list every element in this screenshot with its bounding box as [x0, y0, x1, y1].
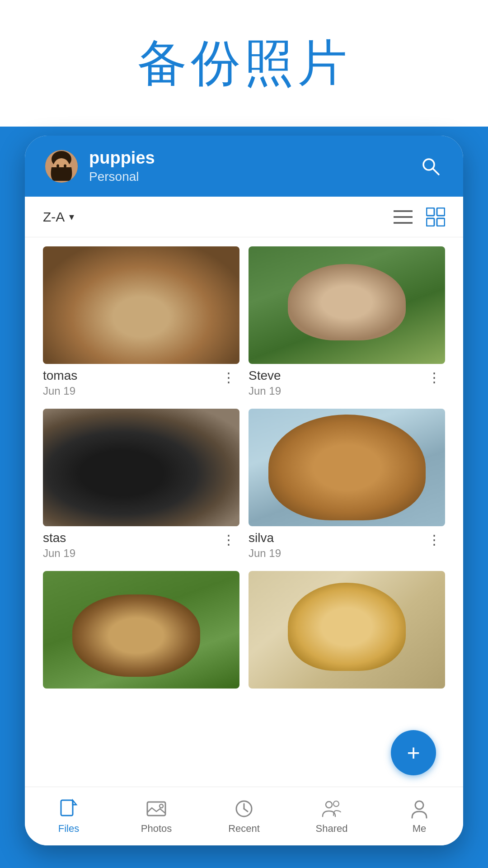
nav-item-files[interactable]: Files [25, 787, 113, 845]
photo-date: Jun 19 [43, 385, 77, 397]
photo-name: tomas [43, 368, 77, 383]
toolbar-view-controls [394, 208, 445, 226]
photo-date: Jun 19 [249, 547, 281, 560]
svg-point-4 [64, 164, 66, 167]
photo-thumb [43, 571, 239, 689]
photos-icon [146, 798, 167, 819]
nav-label-photos: Photos [141, 823, 172, 835]
photo-name: silva [249, 531, 281, 545]
nav-item-recent[interactable]: Recent [200, 787, 288, 845]
sort-label: Z-A [43, 209, 65, 225]
nav-item-photos[interactable]: Photos [113, 787, 200, 845]
svg-rect-14 [61, 800, 73, 816]
photo-thumb [43, 409, 239, 526]
files-icon [58, 798, 79, 819]
photo-thumb [249, 571, 445, 689]
header-username: puppies [89, 148, 418, 168]
photo-date: Jun 19 [43, 547, 75, 560]
photo-item-silva[interactable]: silva Jun 19 ⋮ [249, 409, 445, 562]
svg-point-16 [160, 804, 163, 808]
photo-thumb [249, 246, 445, 364]
me-icon [409, 798, 430, 819]
app-header: puppies Personal [25, 136, 463, 197]
sort-button[interactable]: Z-A ▾ [43, 209, 74, 225]
svg-line-6 [433, 169, 439, 175]
photo-thumb [249, 409, 445, 526]
nav-label-recent: Recent [228, 823, 260, 835]
content-area: tomas Jun 19 ⋮ Steve Jun 19 ⋮ [25, 237, 463, 787]
svg-point-20 [326, 802, 332, 808]
photo-date: Jun 19 [249, 385, 281, 397]
photo-grid: tomas Jun 19 ⋮ Steve Jun 19 ⋮ [43, 246, 445, 689]
nav-label-files: Files [58, 823, 79, 835]
svg-rect-15 [147, 802, 165, 816]
page-title: 备份照片 [137, 30, 351, 97]
svg-line-19 [244, 809, 248, 811]
search-button[interactable] [418, 154, 443, 179]
avatar[interactable] [45, 150, 78, 183]
header-account-type: Personal [89, 170, 418, 184]
more-options-button[interactable]: ⋮ [218, 368, 239, 387]
list-view-button[interactable] [394, 209, 413, 225]
photo-item-tomas[interactable]: tomas Jun 19 ⋮ [43, 246, 239, 400]
svg-rect-13 [437, 218, 445, 226]
photo-name: stas [43, 531, 75, 545]
nav-label-me: Me [413, 823, 427, 835]
header-text: puppies Personal [89, 148, 418, 184]
svg-rect-12 [427, 218, 434, 226]
svg-rect-11 [437, 208, 445, 216]
shared-icon [321, 798, 342, 819]
more-options-button[interactable]: ⋮ [218, 531, 239, 549]
photo-item-steve[interactable]: Steve Jun 19 ⋮ [249, 246, 445, 400]
svg-point-22 [415, 801, 423, 809]
chevron-down-icon: ▾ [69, 211, 74, 223]
svg-rect-10 [427, 208, 434, 216]
phone-mockup: puppies Personal Z-A ▾ [25, 136, 463, 845]
photo-thumb [43, 246, 239, 364]
photo-item-6[interactable] [249, 571, 445, 689]
top-section: 备份照片 [0, 0, 488, 127]
nav-item-me[interactable]: Me [375, 787, 463, 845]
svg-point-3 [56, 164, 59, 167]
more-options-button[interactable]: ⋮ [424, 531, 445, 549]
svg-point-21 [333, 801, 339, 807]
photo-name: Steve [249, 368, 281, 383]
grid-view-button[interactable] [426, 208, 445, 226]
nav-label-shared: Shared [316, 823, 348, 835]
photo-item-stas[interactable]: stas Jun 19 ⋮ [43, 409, 239, 562]
fab-add-button[interactable]: + [391, 730, 436, 775]
recent-icon [234, 798, 254, 819]
nav-item-shared[interactable]: Shared [288, 787, 375, 845]
more-options-button[interactable]: ⋮ [424, 368, 445, 387]
bottom-navigation: Files Photos Recent [25, 787, 463, 845]
toolbar: Z-A ▾ [25, 197, 463, 237]
photo-item-5[interactable] [43, 571, 239, 689]
plus-icon: + [407, 741, 420, 764]
